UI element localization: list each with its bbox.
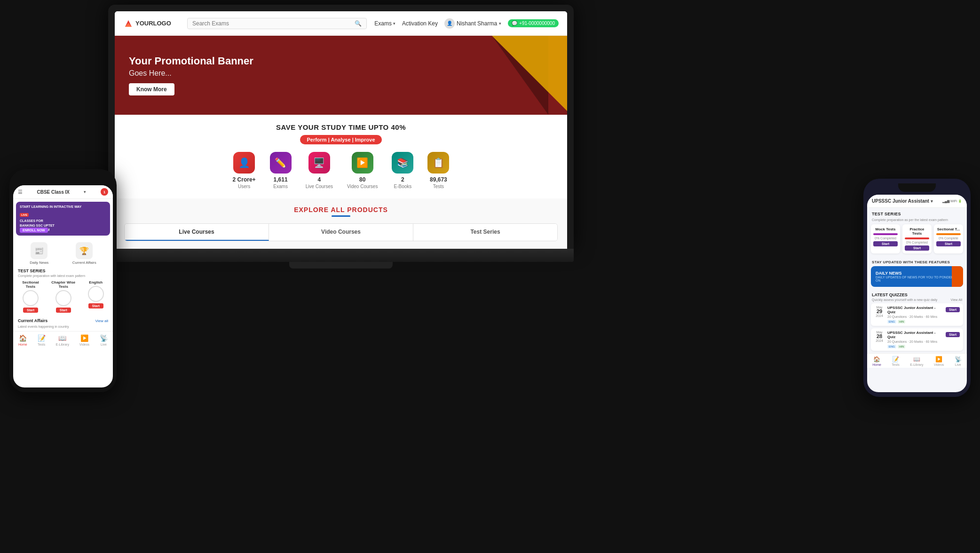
nav-tests[interactable]: 📝 Tests <box>38 334 46 346</box>
explore-title: EXPLORE ALL PRODUCTS <box>124 206 558 213</box>
right-nav-home[interactable]: 🏠 Home <box>872 356 881 366</box>
nav-elibrary[interactable]: 📖 E-Library <box>55 334 69 346</box>
quiz-sub-text: Quickly assess yourself with a new quiz … <box>872 298 937 301</box>
nav-live[interactable]: 📡 Live <box>100 334 108 346</box>
quiz-view-all[interactable]: View All <box>951 298 962 301</box>
eng-badge-2: ENG <box>887 345 896 348</box>
users-number: 2 Crore+ <box>233 176 256 183</box>
nav-elibrary-label: E-Library <box>55 343 69 346</box>
nav-home[interactable]: 🏠 Home <box>18 334 27 346</box>
orange-strip <box>952 266 963 287</box>
search-icon: 🔍 <box>355 20 362 27</box>
tests-icon-box: 📋 <box>427 152 449 174</box>
test-series-title: TEST SERIES <box>13 267 113 274</box>
eng-badge-1: ENG <box>887 320 896 324</box>
nav-user[interactable]: 👤 Nishant Sharma ▾ <box>444 18 501 29</box>
daily-news-card-sub: DAILY UPDATES OF NEWS FOR YOU TO PONDER … <box>876 276 958 282</box>
english-tests-item[interactable]: English Start <box>88 280 104 313</box>
quiz-date-row-1: May 29 2024 UPSSSC Junior Assistant - Qu… <box>874 306 960 324</box>
sectional-tests-card[interactable]: Sectional T... 0% Complete Start <box>934 224 963 253</box>
left-phone-bottom-nav: 🏠 Home 📝 Tests 📖 E-Library ▶️ Videos 📡 L… <box>13 331 113 348</box>
nav-phone[interactable]: 💬 +91-0000000000 <box>508 19 559 27</box>
wifi-icon: WiFi <box>950 199 957 203</box>
live-icon: 📡 <box>100 334 108 342</box>
daily-news-icon: 📰 <box>31 242 47 259</box>
banner-cta-button[interactable]: Know More <box>129 83 174 95</box>
nav-videos[interactable]: ▶️ Videos <box>79 334 89 346</box>
phone-notch <box>44 174 82 182</box>
home-icon: 🏠 <box>19 334 27 342</box>
daily-news-icon-item[interactable]: 📰 Daily News <box>30 242 48 265</box>
notification-badge[interactable]: 1 <box>101 188 108 196</box>
english-start-button[interactable]: Start <box>88 303 103 308</box>
search-input[interactable] <box>192 20 355 27</box>
promo-banner: Your Promotional Banner Goes Here... Kno… <box>115 36 567 115</box>
elibrary-icon: 📖 <box>58 334 66 342</box>
right-nav-live[interactable]: 📡 Live <box>955 356 962 366</box>
practice-tests-card[interactable]: Practice Tests 0% Completed Start <box>902 224 932 253</box>
right-live-icon: 📡 <box>955 356 962 363</box>
quiz-item-2: May 28 2024 UPSSSC Junior Assistant - Qu… <box>871 328 963 351</box>
search-bar[interactable]: 🔍 <box>187 18 367 29</box>
right-nav-home-label: Home <box>872 363 881 366</box>
sectional-start-button[interactable]: Start <box>23 308 38 313</box>
tab-test-series[interactable]: Test Series <box>413 224 557 241</box>
english-tests-circle <box>88 286 104 302</box>
mock-tests-progress: 0% Completed <box>873 237 898 240</box>
mock-tests-card[interactable]: Mock Tests 0% Completed Start <box>871 224 900 253</box>
ebooks-number: 2 <box>401 176 404 183</box>
current-affairs-icon: 🏆 <box>76 242 93 259</box>
right-nav-elibrary[interactable]: 📖 E-Library <box>910 356 923 366</box>
quiz-info-2: UPSSSC Junior Assistant - Quiz 20 Questi… <box>887 331 943 348</box>
dropdown-icon[interactable]: ▾ <box>84 190 86 194</box>
practice-tests-bar <box>905 237 929 239</box>
logo-text: YOURLOGO <box>135 20 171 27</box>
chapter-start-button[interactable]: Start <box>56 308 71 313</box>
quiz-start-button-2[interactable]: Start <box>946 332 960 337</box>
videos-icon: ▶️ <box>80 334 88 342</box>
nav-right: Exams ▾ Activation Key 👤 Nishant Sharma … <box>374 18 559 29</box>
mock-tests-bar <box>873 233 898 235</box>
right-nav-elibrary-label: E-Library <box>910 363 923 366</box>
view-all-link[interactable]: View all <box>95 319 108 323</box>
banner-subtitle: Goes Here... <box>129 69 253 78</box>
left-phone: ☰ CBSE Class IX ▾ 1 START LEARNING IN IN… <box>9 169 117 392</box>
left-phone-topbar: ☰ CBSE Class IX ▾ 1 <box>13 185 113 199</box>
live-badge: LIVE <box>20 213 29 217</box>
right-test-cards: Mock Tests 0% Completed Start Practice T… <box>867 224 967 257</box>
current-affairs-section: Current Affairs View all <box>13 316 113 325</box>
current-affairs-icon-item[interactable]: 🏆 Current Affairs <box>72 242 96 265</box>
users-icon-box: 👤 <box>233 152 255 174</box>
right-nav-tests[interactable]: 📝 Tests <box>892 356 899 366</box>
tagline-button[interactable]: Perform | Analyse | Improve <box>300 135 381 144</box>
chapter-tests-item[interactable]: Chapter WiseTests Start <box>51 280 75 313</box>
sectional-tests-item[interactable]: SectionalTests Start <box>22 280 39 313</box>
tests-icon: 📝 <box>38 334 46 342</box>
tab-video-courses[interactable]: Video Courses <box>269 224 413 241</box>
stats-headline: SAVE YOUR STUDY TIME UPTO 40% <box>124 123 558 131</box>
desktop-monitor: YOURLOGO 🔍 Exams ▾ Activation Key 👤 Nish… <box>108 5 574 269</box>
daily-news-card[interactable]: DAILY NEWS DAILY UPDATES OF NEWS FOR YOU… <box>871 266 963 287</box>
tab-live-courses[interactable]: Live Courses <box>125 224 269 241</box>
live-courses-icon-box: 🖥️ <box>308 152 330 174</box>
tests-number: 89,673 <box>430 176 447 183</box>
left-phone-banner-text: START LEARNING IN INTRACTIVE WAY <box>20 205 81 209</box>
ebooks-icon-box: 📚 <box>392 152 413 174</box>
right-dropdown[interactable]: UPSSSC Junior Assistant ▾ <box>872 198 933 204</box>
right-nav-tests-label: Tests <box>892 363 899 366</box>
practice-tests-start-button[interactable]: Start <box>905 245 929 251</box>
right-quizzes-label: LATEST QUIZZES <box>867 291 967 298</box>
hamburger-icon[interactable]: ☰ <box>18 189 23 195</box>
nav-exams[interactable]: Exams ▾ <box>374 20 395 27</box>
user-chevron-icon: ▾ <box>499 21 501 26</box>
daily-news-label: Daily News <box>30 261 48 265</box>
mock-tests-start-button[interactable]: Start <box>873 241 898 246</box>
tests-stat-label: Tests <box>433 184 444 189</box>
stat-ebooks: 📚 2 E-Books <box>392 152 413 189</box>
sectional-tests-start-button[interactable]: Start <box>936 241 961 246</box>
enroll-button[interactable]: ENROLL NOW <box>20 228 48 233</box>
quiz-start-button-1[interactable]: Start <box>946 307 960 312</box>
quiz-title-2: UPSSSC Junior Assistant - Quiz <box>887 331 943 339</box>
activation-key-link[interactable]: Activation Key <box>402 20 438 27</box>
right-nav-videos[interactable]: ▶️ Videos <box>934 356 944 366</box>
